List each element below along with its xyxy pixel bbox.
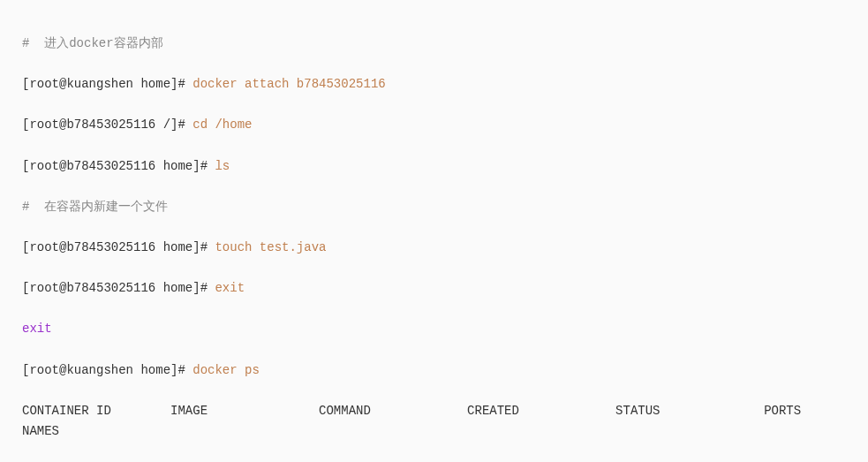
cmd-touch: touch test.java (208, 240, 326, 254)
cmd-exit: exit (208, 281, 245, 295)
cmd-docker-ps: docker ps (185, 363, 260, 377)
prompt: [root@b78453025116 home]# (22, 159, 208, 173)
prompt: [root@b78453025116 home]# (22, 281, 208, 295)
exit-output: exit (22, 322, 52, 336)
cmd-ls: ls (208, 159, 230, 173)
cmd-cd: cd /home (185, 117, 253, 132)
comment-create-file: # 在容器内新建一个文件 (22, 200, 168, 214)
ps-header: CONTAINER ID IMAGE COMMAND CREATED STATU… (22, 404, 868, 438)
cmd-attach: docker attach b78453025116 (185, 77, 386, 91)
prompt: [root@b78453025116 home]# (22, 240, 208, 254)
prompt: [root@kuangshen home]# (22, 77, 185, 91)
terminal-output: # 进入docker容器内部 [root@kuangshen home]# do… (22, 13, 846, 462)
prompt: [root@kuangshen home]# (22, 363, 185, 377)
prompt: [root@b78453025116 /]# (22, 117, 185, 132)
comment-enter-docker: # 进入docker容器内部 (22, 36, 163, 50)
